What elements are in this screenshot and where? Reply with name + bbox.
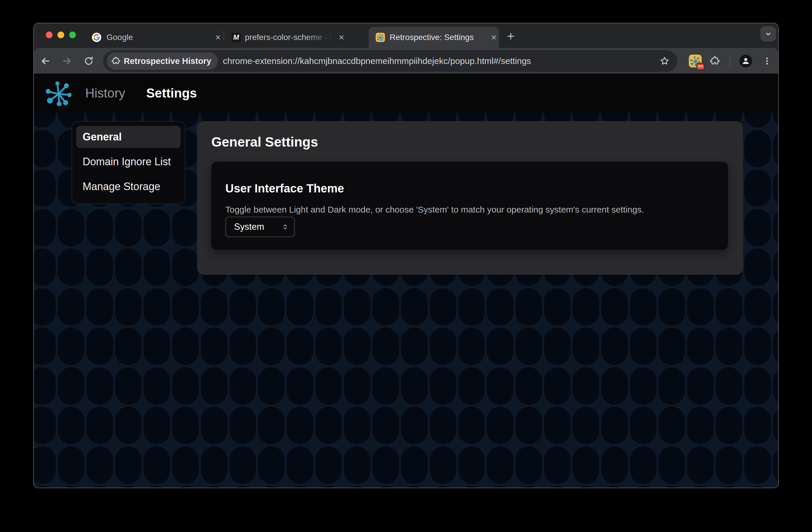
chevron-down-icon — [764, 30, 772, 38]
pattern-capsule — [658, 328, 685, 365]
pattern-capsule — [487, 486, 513, 488]
pattern-capsule — [744, 112, 771, 128]
url-text: chrome-extension://kahcmjbnaccdbpnemeihm… — [223, 56, 658, 66]
toolbar-divider — [730, 54, 730, 67]
pattern-capsule — [34, 367, 56, 405]
pattern-capsule — [172, 328, 199, 365]
browser-toolbar: Retrospective History chrome-extension:/… — [34, 48, 778, 74]
pattern-capsule — [773, 209, 779, 246]
pattern-capsule — [115, 486, 142, 488]
tab-retrospective-settings[interactable]: Retrospective: Settings — [368, 27, 499, 48]
pattern-capsule — [201, 407, 227, 444]
back-button[interactable] — [39, 55, 52, 67]
forward-button[interactable] — [61, 55, 73, 67]
pattern-capsule — [344, 328, 371, 365]
pattern-capsule — [229, 407, 256, 444]
sidebar-item-manage-storage[interactable]: Manage Storage — [76, 175, 181, 198]
retrospective-extension-button[interactable] — [688, 54, 702, 68]
pattern-capsule — [34, 288, 56, 326]
browser-menu-button[interactable] — [760, 54, 774, 68]
nav-link-settings[interactable]: Settings — [146, 86, 197, 100]
close-tab-icon[interactable] — [213, 32, 223, 42]
pattern-capsule — [258, 367, 285, 405]
pattern-capsule — [430, 288, 456, 326]
pattern-capsule — [34, 209, 56, 246]
pattern-capsule — [115, 209, 142, 246]
extensions-menu-button[interactable] — [708, 54, 722, 68]
minimize-window-button[interactable] — [58, 31, 64, 38]
pattern-capsule — [287, 446, 313, 484]
pattern-capsule — [687, 367, 714, 405]
sidebar-item-domain-ignore-list[interactable]: Domain Ignore List — [76, 151, 181, 173]
pattern-capsule — [658, 486, 685, 488]
pattern-capsule — [373, 288, 399, 326]
tab-search-button[interactable] — [760, 26, 776, 42]
pattern-capsule — [716, 288, 742, 326]
pattern-capsule — [34, 407, 56, 444]
pattern-capsule — [716, 446, 742, 484]
pattern-capsule — [86, 446, 113, 484]
pattern-capsule — [34, 112, 56, 128]
app-nav: History Settings — [85, 74, 197, 112]
pattern-capsule — [258, 407, 285, 444]
pattern-capsule — [687, 407, 714, 444]
mdn-favicon-icon: M — [231, 33, 241, 42]
close-window-button[interactable] — [46, 31, 53, 38]
pattern-capsule — [58, 367, 84, 405]
pattern-capsule — [86, 486, 113, 488]
tab-google[interactable]: Google — [84, 27, 223, 48]
pattern-capsule — [744, 328, 771, 365]
pattern-capsule — [86, 288, 113, 326]
tab-title: Retrospective: Settings — [390, 33, 484, 42]
new-tab-button[interactable] — [503, 29, 518, 44]
pattern-capsule — [572, 288, 599, 326]
extension-name-chip[interactable]: Retrospective History — [107, 52, 218, 70]
zoom-window-button[interactable] — [69, 31, 76, 38]
pattern-capsule — [34, 328, 56, 365]
pattern-capsule — [572, 486, 599, 488]
pattern-capsule — [630, 407, 656, 444]
pattern-capsule — [258, 328, 285, 365]
pattern-capsule — [315, 288, 342, 326]
pattern-capsule — [430, 328, 456, 365]
pattern-capsule — [115, 248, 142, 286]
general-settings-panel: General Settings User Interface Theme To… — [197, 121, 743, 275]
pattern-capsule — [601, 367, 628, 405]
tab-mdn[interactable]: M prefers-color-scheme - CSS: — [227, 27, 346, 48]
theme-select[interactable]: System — [225, 217, 295, 237]
pattern-capsule — [287, 288, 313, 326]
pattern-capsule — [630, 486, 656, 488]
pattern-capsule — [516, 328, 542, 365]
pattern-capsule — [487, 446, 513, 484]
pattern-capsule — [144, 209, 170, 246]
close-tab-icon[interactable] — [489, 32, 499, 42]
pattern-capsule — [458, 407, 485, 444]
sidebar-item-general[interactable]: General — [76, 126, 181, 148]
pattern-capsule — [144, 407, 170, 444]
pattern-capsule — [516, 288, 542, 326]
kebab-menu-icon — [762, 56, 772, 66]
pattern-capsule — [773, 486, 779, 488]
address-bar[interactable]: Retrospective History chrome-extension:/… — [103, 50, 678, 72]
pattern-capsule — [716, 407, 742, 444]
pattern-capsule — [458, 367, 485, 405]
page-title: General Settings — [211, 134, 729, 150]
pattern-capsule — [773, 407, 779, 444]
nav-link-history[interactable]: History — [85, 86, 125, 100]
close-tab-icon[interactable] — [336, 32, 346, 42]
bookmark-button[interactable] — [658, 55, 671, 68]
browser-window: Google M prefers-color-scheme - CSS: — [33, 23, 779, 488]
pattern-capsule — [572, 407, 599, 444]
pattern-capsule — [86, 328, 113, 365]
settings-page: General Domain Ignore List Manage Storag… — [34, 112, 778, 488]
profile-button[interactable] — [739, 54, 752, 68]
pattern-capsule — [258, 446, 285, 484]
pattern-capsule — [201, 367, 227, 405]
pattern-capsule — [458, 288, 485, 326]
pattern-capsule — [34, 248, 56, 286]
pattern-capsule — [373, 328, 399, 365]
reload-button[interactable] — [83, 55, 95, 67]
retrospective-favicon-icon — [376, 33, 385, 42]
pattern-capsule — [458, 446, 485, 484]
pattern-capsule — [687, 288, 714, 326]
